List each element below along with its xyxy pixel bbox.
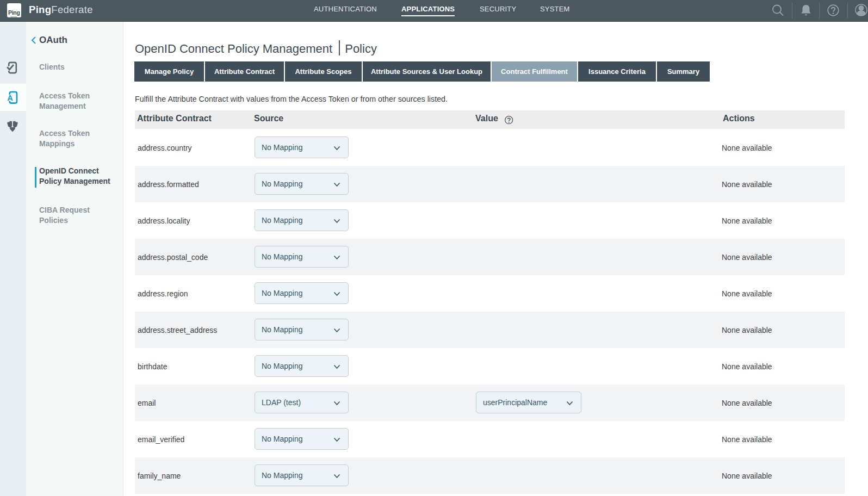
- svg-text:A: A: [7, 94, 13, 102]
